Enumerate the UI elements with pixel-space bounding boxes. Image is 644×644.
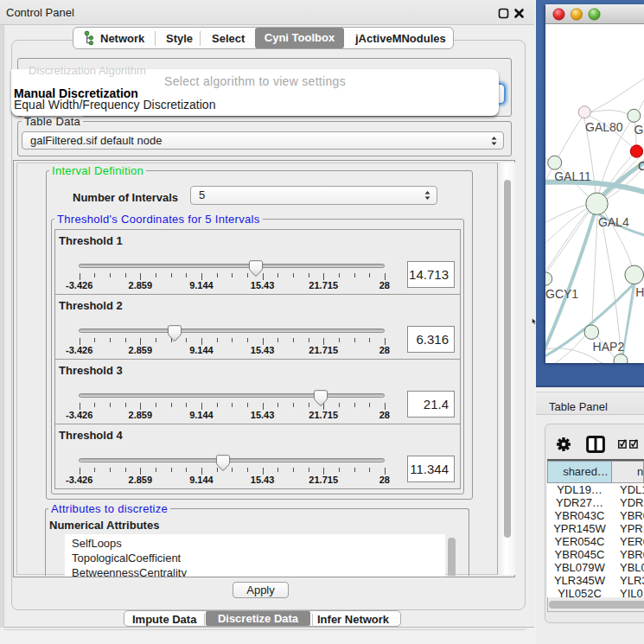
svg-text:GAL: GAL [634,123,644,137]
svg-text:H: H [635,285,644,299]
svg-text:C: C [638,159,644,173]
svg-text:GCY1: GCY1 [545,287,578,301]
svg-text:HAP2: HAP2 [593,340,625,354]
svg-text:GAL80: GAL80 [585,120,623,134]
svg-text:GAL11: GAL11 [554,169,591,183]
svg-text:GAL4: GAL4 [598,215,629,229]
